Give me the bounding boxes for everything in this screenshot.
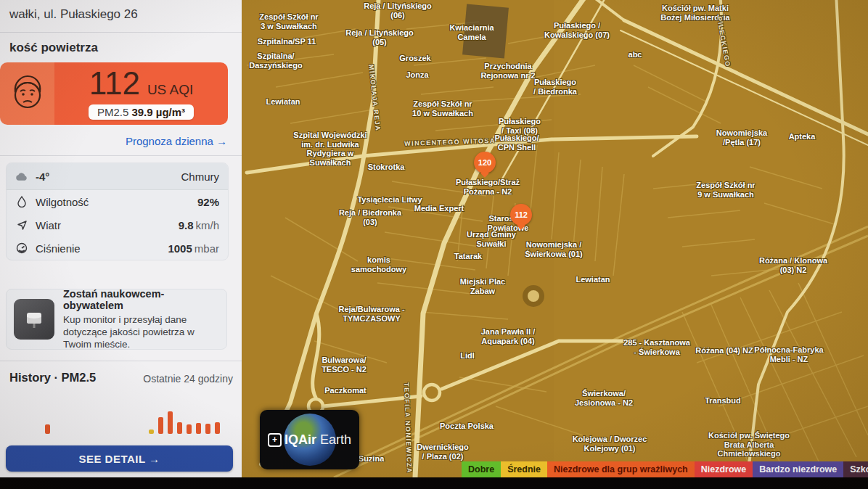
map-place-label: Pułaskiego/Straż Pożarna - N2 <box>456 178 520 196</box>
map-place-label: Kościół pw. Świętego Brata Alberta Chmie… <box>708 431 790 459</box>
pm25-concentration-pill: PM2.5 39.9 µg/m³ <box>89 104 194 120</box>
air-monitor-icon <box>14 299 54 340</box>
map-place-label: Groszek <box>399 54 430 63</box>
map-place-label: Pułaskiego / Biedronka <box>533 78 577 96</box>
history-bar[interactable] <box>149 430 154 434</box>
weather-condition: Chmury <box>181 170 219 183</box>
aqi-scale-label: US AQI <box>147 82 193 98</box>
map-place-label: Pułaskiego / Taxi (08) <box>499 117 541 135</box>
map-place-label: Apteka <box>789 132 816 141</box>
citizen-card-title: Zostań naukowcem-obywatelem <box>63 288 219 311</box>
aqi-station-marker[interactable]: 120 <box>474 152 496 173</box>
history-bar[interactable] <box>158 417 163 434</box>
map-place-label: Lidl <box>460 351 475 361</box>
map-place-label: Nowomiejska / Świerkowa (01) <box>525 240 582 258</box>
map-place-label: Miejski Plac Zabaw <box>460 277 505 295</box>
cloud-icon <box>15 170 28 183</box>
map-place-label: Reja / Lityńskiego (06) <box>364 1 432 20</box>
pressure-label: Ciśnienie <box>36 242 81 255</box>
map-place-label: 285 - Kasztanowa - Świerkowa <box>623 338 690 356</box>
divider <box>0 155 242 156</box>
pressure-unit: mbar <box>195 242 219 255</box>
map-place-label: Jonza <box>406 70 428 80</box>
humidity-row: Wilgotność 92% <box>7 190 228 213</box>
legend-item: Średnie <box>501 461 547 477</box>
map-place-label: Kolejowa / Dworzec Kolejowy (01) <box>573 435 647 453</box>
concentration-unit: µg/m³ <box>156 106 185 118</box>
weather-temp-row: -4° Chmury <box>7 163 228 190</box>
wind-label: Wiatr <box>36 219 61 231</box>
iqair-brand-text: IQAir <box>284 432 316 448</box>
concentration-value: 39.9 <box>131 106 152 118</box>
aqi-value: 112 <box>89 67 140 99</box>
earth-suffix-text: Earth <box>320 432 351 448</box>
legend-item: Szkodliwe <box>843 461 868 477</box>
iqair-earth-logo[interactable]: + IQAir Earth <box>260 410 359 469</box>
map-place-label: Zespół Szkół nr 3 w Suwałkach <box>259 12 318 30</box>
humidity-value: 92% <box>197 196 219 208</box>
pm25-history-chart[interactable] <box>0 392 242 437</box>
air-quality-map[interactable]: Reja / Lityńskiego (06)Zespół Szkół nr 3… <box>242 0 868 477</box>
map-place-label: Pułaskiego/ CPN Shell <box>494 133 539 152</box>
map-place-label: Bulwarowa/ TESCO - N2 <box>322 356 367 374</box>
map-place-label: abc <box>629 50 642 59</box>
pressure-row: Ciśnienie 1005mbar <box>7 237 228 260</box>
legend-item: Bardzo niezdrowe <box>753 461 843 477</box>
aqi-card[interactable]: 112 US AQI PM2.5 39.9 µg/m³ <box>0 62 228 125</box>
history-bar[interactable] <box>215 422 220 434</box>
legend-item: Dobre <box>462 461 501 477</box>
sad-face-icon <box>9 73 46 114</box>
map-place-label: Tatarak <box>454 252 482 261</box>
map-place-label: Poczta Polska <box>440 422 494 431</box>
see-detail-button[interactable]: SEE DETAIL → <box>6 445 233 472</box>
daily-forecast-link[interactable]: Prognoza dzienna → <box>126 135 227 147</box>
history-bar[interactable] <box>196 423 201 434</box>
aqi-legend: DobreŚrednieNiezdrowe dla grup wrażliwyc… <box>462 461 868 477</box>
pollutant-label: PM2.5 <box>97 106 128 118</box>
map-place-label: Reja / Biedronka (03) <box>339 208 401 226</box>
map-place-label: Zespół Szkół nr 9 w Suwałkach <box>696 181 755 199</box>
map-place-label: komis samochodowy <box>351 255 406 274</box>
map-place-label: Różana (04) NZ <box>695 346 753 356</box>
wind-row: Wiatr 9.8km/h <box>7 213 228 237</box>
legend-item: Niezdrowe <box>695 461 753 477</box>
aqi-station-marker[interactable]: 112 <box>510 204 532 226</box>
history-range-label: Ostatnie 24 godziny <box>143 373 233 385</box>
map-place-label: Urząd Gminy Suwałki <box>467 230 516 248</box>
history-bar[interactable] <box>177 422 182 434</box>
map-place-label: Szpitalna/ Daszyńskiego <box>249 52 302 70</box>
temperature-value: -4° <box>36 170 49 183</box>
wind-icon <box>15 218 28 231</box>
location-title: wałki, ul. Pułaskiego 26 <box>9 7 138 22</box>
map-place-label: Lewiatan <box>266 97 300 107</box>
screen-photo: wałki, ul. Pułaskiego 26 kość powietrza … <box>0 0 868 489</box>
map-place-label: /Suzina <box>356 454 385 464</box>
weather-card: -4° Chmury Wilgotność 92% Wiatr 9.8km/h <box>6 163 229 260</box>
citizen-scientist-card[interactable]: Zostań naukowcem-obywatelem Kup monitor … <box>6 289 227 350</box>
map-place-label: Tysiąclecia Litwy <box>357 195 422 205</box>
map-place-label: Media Expert <box>414 204 464 213</box>
map-place-label: Pułaskiego / Kowalskiego (07) <box>544 21 610 39</box>
history-bar[interactable] <box>168 411 173 434</box>
pressure-value: 1005 <box>168 242 192 255</box>
map-place-label: Reja / Lityńskiego (05) <box>345 28 414 46</box>
history-title: History · PM2.5 <box>9 371 96 385</box>
screen-bezel <box>0 477 868 489</box>
history-bar[interactable] <box>187 424 192 434</box>
map-place-label: Zespół Szkół nr 10 w Suwałkach <box>412 99 473 118</box>
map-place-label: Transbud <box>705 396 741 406</box>
map-place-label: Kwiaciarnia Camela <box>449 23 494 41</box>
map-place-label: Północna-Fabryka Mebli - NZ <box>754 345 823 363</box>
humidity-icon <box>15 195 28 208</box>
map-place-label: Reja/Bulwarowa - TYMCZASOWY <box>338 305 404 323</box>
aqi-face-zone <box>0 62 54 125</box>
history-bar[interactable] <box>205 424 210 434</box>
aqi-main-zone: 112 US AQI PM2.5 39.9 µg/m³ <box>54 62 228 125</box>
iqair-plus-icon: + <box>268 433 282 447</box>
map-place-label: Lewiatan <box>576 275 610 284</box>
citizen-card-body: Kup monitor i przesyłaj dane dotyczące j… <box>63 313 219 351</box>
map-place-label: Jana Pawła II / Aquapark (04) <box>481 327 536 345</box>
history-bar[interactable] <box>45 424 50 434</box>
map-place-label: Dwernickiego / Plaza (02) <box>417 443 469 461</box>
divider <box>0 361 242 361</box>
